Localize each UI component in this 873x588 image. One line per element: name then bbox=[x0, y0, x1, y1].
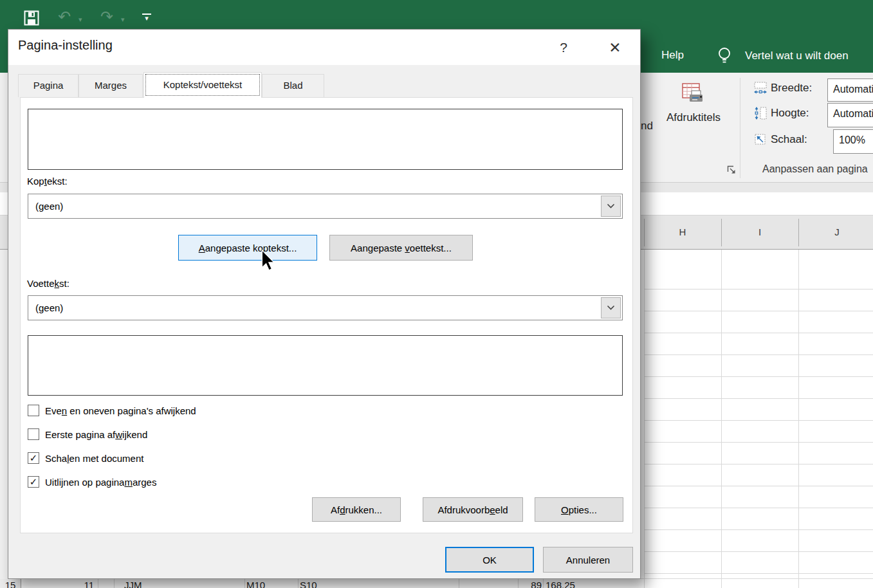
dialog-title-bar: Pagina-instelling ? ✕ bbox=[8, 30, 640, 65]
checkbox-row-odd-even: Even en oneven pagina's afwijkend bbox=[28, 404, 196, 417]
gridline bbox=[644, 333, 873, 333]
gridline bbox=[798, 219, 799, 246]
undo-dropdown-icon[interactable]: ▾ bbox=[78, 15, 82, 24]
dialog-title: Pagina-instelling bbox=[18, 38, 113, 53]
align-margins-checkbox[interactable] bbox=[28, 476, 39, 488]
tab-pagina[interactable]: Pagina bbox=[18, 74, 78, 97]
gridline bbox=[244, 579, 245, 588]
koptekst-dropdown[interactable]: (geen) bbox=[28, 194, 623, 219]
gridline bbox=[644, 311, 873, 311]
ribbon-tab-help[interactable]: Help bbox=[661, 49, 684, 62]
gridline bbox=[644, 486, 873, 486]
column-header-j[interactable]: J bbox=[798, 216, 873, 249]
voettekst-dropdown[interactable]: (geen) bbox=[28, 295, 623, 320]
scale-with-doc-checkbox[interactable] bbox=[28, 452, 39, 464]
koptekst-label: Koptekst: bbox=[27, 176, 68, 187]
excel-window: ↶ ▾ ↷ ▾ ▾ Help Vertel wat u wilt doen nd bbox=[0, 0, 873, 588]
group-separator bbox=[740, 78, 740, 178]
gridline bbox=[459, 579, 459, 588]
footer-preview-box bbox=[28, 335, 623, 396]
custom-footer-label: Aangepaste voettekst... bbox=[351, 243, 452, 253]
scale-to-fit-group-label: Aanpassen aan pagina bbox=[762, 163, 868, 175]
koptekst-dropdown-button[interactable] bbox=[601, 196, 621, 217]
column-header-h[interactable]: H bbox=[644, 216, 721, 249]
afdruktitels-icon bbox=[681, 82, 706, 107]
align-margins-label: Uitlijnen op paginamarges bbox=[45, 477, 156, 488]
hoogte-icon bbox=[753, 106, 767, 120]
gridline bbox=[644, 354, 873, 355]
gridline bbox=[644, 289, 873, 289]
redo-dropdown-icon[interactable]: ▾ bbox=[121, 15, 125, 24]
breedte-icon bbox=[753, 81, 767, 95]
cell-value: JJM bbox=[124, 579, 142, 588]
options-button[interactable]: Opties... bbox=[535, 497, 623, 522]
sheet-bottom-row[interactable]: 15 11 JJM M10 S10 89 168,25 bbox=[0, 579, 644, 588]
gridline bbox=[644, 508, 873, 508]
print-button[interactable]: Afdrukken... bbox=[312, 497, 401, 522]
save-icon[interactable] bbox=[23, 10, 40, 26]
tell-me-box[interactable]: Vertel wat u wilt doen bbox=[745, 50, 849, 62]
gridline bbox=[644, 464, 873, 464]
gridline bbox=[114, 579, 115, 588]
gridline bbox=[721, 250, 722, 588]
schaal-icon bbox=[753, 133, 767, 147]
custom-header-button[interactable]: Aangepaste koptekst... bbox=[178, 235, 317, 261]
gridline bbox=[98, 579, 98, 588]
voettekst-label: Voettekst: bbox=[27, 278, 69, 289]
schaal-label: Schaal: bbox=[771, 133, 807, 146]
cell-value: M10 bbox=[246, 579, 265, 588]
gridline bbox=[644, 376, 873, 377]
dialog-help-button[interactable]: ? bbox=[554, 35, 573, 59]
undo-icon[interactable]: ↶ bbox=[58, 9, 71, 24]
chevron-down-icon bbox=[607, 203, 615, 209]
cell-value: 89 bbox=[495, 579, 542, 588]
print-preview-button[interactable]: Afdrukvoorbeeld bbox=[423, 497, 523, 522]
gridline bbox=[644, 398, 873, 399]
custom-footer-button[interactable]: Aangepaste voettekst... bbox=[329, 235, 473, 261]
column-header-i[interactable]: I bbox=[721, 216, 798, 249]
scale-with-doc-label: Schalen met document bbox=[45, 453, 143, 464]
redo-icon[interactable]: ↷ bbox=[100, 9, 113, 24]
cell-value: 168,25 bbox=[546, 579, 575, 588]
afdruktitels-button[interactable]: Afdruktitels bbox=[666, 82, 721, 124]
gridline bbox=[644, 250, 645, 588]
mouse-cursor bbox=[261, 250, 276, 271]
gridline bbox=[644, 442, 873, 443]
tab-koptekst-voettekst[interactable]: Koptekst/voettekst bbox=[143, 72, 262, 98]
checkbox-row-scale-with-doc: Schalen met document bbox=[28, 452, 143, 464]
dialog-close-button[interactable]: ✕ bbox=[605, 35, 625, 59]
odd-even-checkbox[interactable] bbox=[28, 405, 39, 416]
chevron-down-icon bbox=[607, 305, 615, 311]
odd-even-label: Even en oneven pagina's afwijkend bbox=[45, 405, 196, 416]
gridline bbox=[721, 219, 722, 246]
lightbulb-icon bbox=[715, 46, 733, 67]
tab-marges[interactable]: Marges bbox=[78, 74, 143, 97]
checkbox-row-first-page: Eerste pagina afwijkend bbox=[28, 428, 147, 441]
voettekst-dropdown-button[interactable] bbox=[601, 297, 621, 318]
gridline bbox=[298, 579, 299, 588]
ok-button[interactable]: OK bbox=[445, 547, 534, 573]
voettekst-value: (geen) bbox=[35, 296, 63, 320]
header-footer-tab-page: Koptekst: (geen) Aangepaste koptekst... … bbox=[20, 97, 633, 533]
gridline bbox=[644, 420, 873, 421]
first-page-checkbox[interactable] bbox=[28, 428, 39, 440]
gridline bbox=[644, 573, 873, 574]
customize-qat-icon[interactable]: ▾ bbox=[142, 14, 151, 22]
breedte-label: Breedte: bbox=[771, 82, 812, 95]
gridline bbox=[798, 250, 799, 588]
tab-blad[interactable]: Blad bbox=[262, 74, 324, 97]
hoogte-input[interactable]: Automatisch bbox=[827, 103, 873, 127]
row-header-15[interactable]: 15 bbox=[0, 579, 21, 588]
checkbox-row-align-margins: Uitlijnen op paginamarges bbox=[28, 475, 156, 488]
header-preview-box bbox=[28, 109, 623, 170]
hoogte-label: Hoogte: bbox=[771, 107, 809, 120]
dialog-launcher-icon[interactable] bbox=[726, 165, 737, 176]
page-setup-dialog: Pagina-instelling ? ✕ Pagina Marges Kopt… bbox=[8, 29, 641, 579]
cancel-button[interactable]: Annuleren bbox=[543, 547, 633, 573]
schaal-input[interactable]: 100% bbox=[833, 129, 873, 154]
afdruktitels-label: Afdruktitels bbox=[666, 111, 721, 124]
print-preview-label: Afdrukvoorbeeld bbox=[437, 504, 508, 515]
cell-value: S10 bbox=[300, 579, 317, 588]
breedte-input[interactable]: Automatisch bbox=[827, 78, 873, 102]
custom-header-label: Aangepaste koptekst... bbox=[199, 243, 297, 253]
